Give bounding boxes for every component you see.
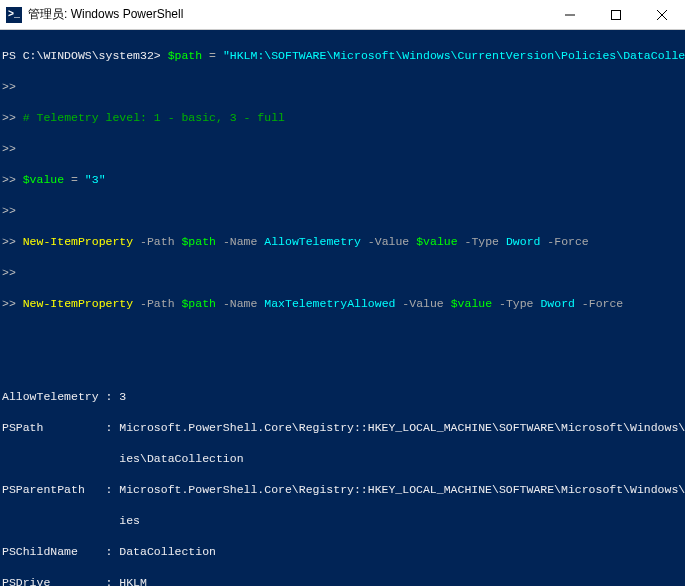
operator: = [71, 173, 78, 186]
param: -Type [499, 297, 534, 310]
param: -Type [465, 235, 500, 248]
output-line: PSPath : Microsoft.PowerShell.Core\Regis… [2, 420, 685, 436]
powershell-icon: >_ [6, 7, 22, 23]
variable: $value [451, 297, 492, 310]
string-literal: "3" [85, 173, 106, 186]
argument: Dword [506, 235, 541, 248]
terminal-body[interactable]: PS C:\WINDOWS\system32> $path = "HKLM:\S… [0, 30, 685, 586]
operator: = [209, 49, 216, 62]
continuation-marker: >> [2, 203, 685, 219]
continuation-marker: >> [2, 265, 685, 281]
variable: $path [181, 297, 216, 310]
comment: # Telemetry level: 1 - basic, 3 - full [23, 111, 285, 124]
maximize-button[interactable] [593, 0, 639, 29]
output-line: ies\DataCollection [2, 451, 685, 467]
minimize-button[interactable] [547, 0, 593, 29]
param: -Value [368, 235, 409, 248]
argument: MaxTelemetryAllowed [264, 297, 395, 310]
variable: $path [168, 49, 203, 62]
param: -Name [223, 297, 258, 310]
window-controls [547, 0, 685, 29]
param: -Name [223, 235, 258, 248]
string-literal: "HKLM:\SOFTWARE\Microsoft\Windows\Curren… [223, 49, 685, 62]
param: -Value [402, 297, 443, 310]
output-line: ies [2, 513, 685, 529]
cmdlet: New-ItemProperty [23, 235, 133, 248]
window-title: 管理员: Windows PowerShell [28, 6, 547, 23]
command-line-5: >> New-ItemProperty -Path $path -Name Ma… [2, 296, 685, 312]
argument: Dword [540, 297, 575, 310]
cmdlet: New-ItemProperty [23, 297, 133, 310]
output-line: PSChildName : DataCollection [2, 544, 685, 560]
continuation-marker: >> [2, 79, 685, 95]
variable: $value [23, 173, 64, 186]
command-line-1: PS C:\WINDOWS\system32> $path = "HKLM:\S… [2, 48, 685, 64]
svg-rect-1 [612, 10, 621, 19]
output-line: AllowTelemetry : 3 [2, 389, 685, 405]
prompt-path: PS C:\WINDOWS\system32> [2, 49, 161, 62]
command-line-3: >> $value = "3" [2, 172, 685, 188]
continuation-marker: >> [2, 141, 685, 157]
variable: $value [416, 235, 457, 248]
command-line-4: >> New-ItemProperty -Path $path -Name Al… [2, 234, 685, 250]
window-titlebar: >_ 管理员: Windows PowerShell [0, 0, 685, 30]
command-line-2: >> # Telemetry level: 1 - basic, 3 - ful… [2, 110, 685, 126]
variable: $path [181, 235, 216, 248]
param: -Force [547, 235, 588, 248]
argument: AllowTelemetry [264, 235, 361, 248]
param: -Force [582, 297, 623, 310]
blank-line [2, 358, 685, 374]
blank-line [2, 327, 685, 343]
close-button[interactable] [639, 0, 685, 29]
param: -Path [140, 235, 175, 248]
output-line: PSDrive : HKLM [2, 575, 685, 586]
param: -Path [140, 297, 175, 310]
output-line: PSParentPath : Microsoft.PowerShell.Core… [2, 482, 685, 498]
